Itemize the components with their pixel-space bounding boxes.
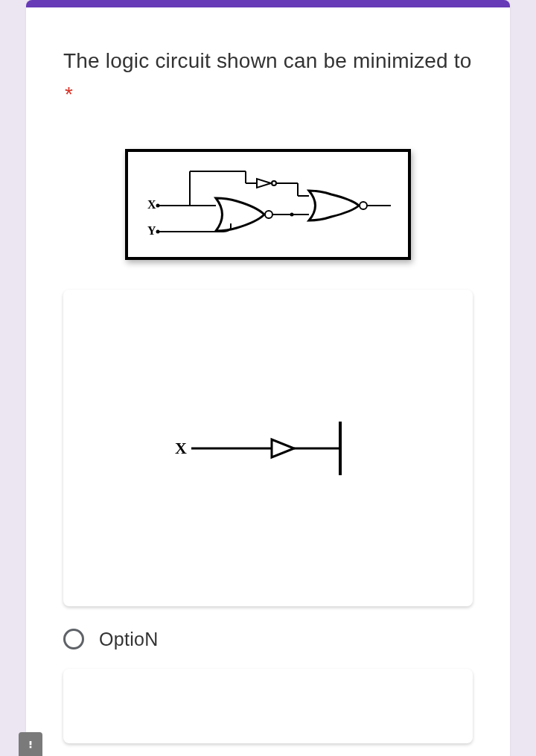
- svg-marker-20: [272, 439, 294, 457]
- question-text: The logic circuit shown can be minimized…: [63, 45, 473, 112]
- form-card: The logic circuit shown can be minimized…: [26, 0, 510, 756]
- svg-point-7: [272, 181, 276, 185]
- main-circuit-container: X Y: [26, 149, 510, 260]
- svg-point-11: [265, 211, 272, 218]
- option-1-label: OptioN: [99, 629, 159, 650]
- question-area: The logic circuit shown can be minimized…: [26, 7, 510, 127]
- required-indicator: *: [65, 83, 73, 106]
- option-image-card-2[interactable]: [63, 669, 473, 743]
- input-y-label: Y: [147, 224, 156, 237]
- radio-button-icon[interactable]: [63, 629, 84, 649]
- alert-icon: [25, 738, 36, 750]
- option-image-card-1[interactable]: X: [63, 290, 473, 606]
- option-radio-row-1[interactable]: OptioN: [63, 629, 473, 650]
- question-text-content: The logic circuit shown can be minimized…: [63, 49, 472, 72]
- svg-point-0: [156, 203, 160, 207]
- main-circuit-diagram: X Y: [125, 149, 411, 260]
- svg-point-17: [360, 202, 367, 209]
- svg-rect-23: [30, 741, 32, 745]
- option-input-x: X: [175, 439, 187, 457]
- svg-point-9: [156, 229, 160, 233]
- input-x-label: X: [147, 198, 156, 211]
- circuit-svg: X Y: [141, 162, 395, 241]
- svg-rect-24: [30, 746, 32, 749]
- svg-marker-6: [257, 179, 271, 188]
- svg-point-13: [290, 212, 294, 216]
- report-problem-button[interactable]: [19, 732, 42, 756]
- option-circuit-svg: X: [175, 414, 361, 481]
- option-1-diagram: X: [175, 414, 361, 481]
